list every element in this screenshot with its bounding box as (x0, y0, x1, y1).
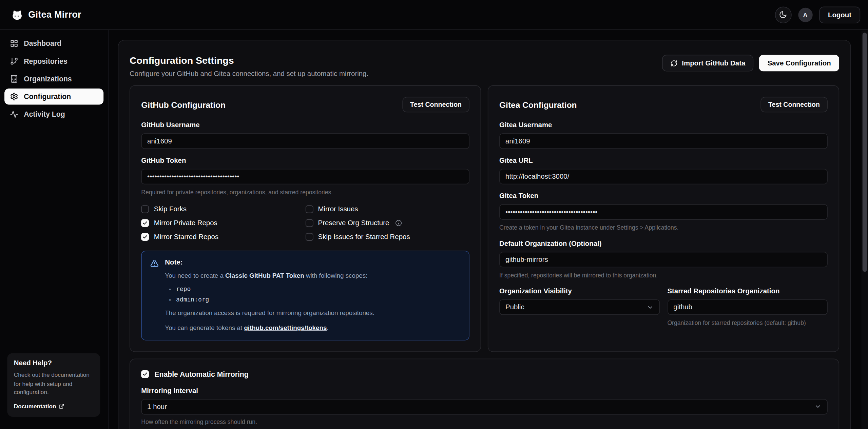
gitea-url-input[interactable] (499, 169, 828, 184)
logout-button[interactable]: Logout (819, 6, 860, 23)
starred-repositories-organization-input[interactable] (667, 299, 827, 315)
starred-repositories-organization-help: Organization for starred repositories (d… (667, 319, 827, 327)
help-title: Need Help? (14, 359, 94, 367)
checkbox-box (141, 206, 149, 213)
default-organization-label: Default Organization (Optional) (499, 240, 828, 248)
organization-visibility-label: Organization Visibility (499, 287, 659, 295)
github-tokens-link[interactable]: github.com/settings/tokens (244, 324, 327, 331)
checkbox-box (305, 233, 313, 241)
main-content: Configuration Settings Configure your Gi… (109, 30, 868, 429)
checkbox-skip-issues-for-starred-repos[interactable]: Skip Issues for Starred Repos (305, 233, 469, 241)
page-title: Configuration Settings (130, 55, 368, 66)
checkbox-skip-forks[interactable]: Skip Forks (141, 206, 305, 213)
gitea-username-label: Gitea Username (499, 121, 828, 129)
mirroring-interval-help: How often the mirroring process should r… (141, 418, 828, 426)
default-organization-help: If specified, repositories will be mirro… (499, 271, 828, 280)
chevron-down-icon (814, 403, 822, 410)
checkbox-mirror-issues[interactable]: Mirror Issues (305, 206, 469, 213)
automatic-mirroring-card: Enable Automatic Mirroring Mirroring Int… (130, 358, 839, 429)
check-icon (142, 234, 148, 240)
external-link-icon (59, 404, 64, 409)
app-root: Gitea Mirror A Logout Dashboard Reposito… (0, 0, 868, 429)
info-icon[interactable] (395, 220, 402, 227)
sidebar-item-label: Dashboard (24, 39, 61, 47)
documentation-link[interactable]: Documentation (14, 403, 64, 410)
brand: Gitea Mirror (11, 8, 81, 21)
top-bar-actions: A Logout (775, 6, 860, 23)
github-options-grid: Skip Forks Mirror Private Repos Mirror S… (141, 206, 469, 241)
top-bar: Gitea Mirror A Logout (0, 0, 868, 30)
organization-visibility-select[interactable]: Public (499, 299, 659, 315)
organization-visibility-field: Organization Visibility Public (499, 287, 659, 327)
checkbox-box (305, 206, 313, 213)
sidebar-item-label: Repositories (24, 57, 67, 65)
checkbox-mirror-starred-repos[interactable]: Mirror Starred Repos (141, 233, 305, 241)
sidebar: Dashboard Repositories Organizations Con… (0, 30, 109, 429)
gitea-card-title: Gitea Configuration (499, 100, 577, 110)
gitea-token-input[interactable] (499, 204, 828, 220)
starred-repositories-organization-field: Starred Repositories Organization Organi… (667, 287, 827, 327)
gitea-username-input[interactable] (499, 133, 828, 149)
git-branch-icon (10, 57, 18, 65)
checkbox-mirror-private-repos[interactable]: Mirror Private Repos (141, 219, 305, 227)
refresh-icon (670, 59, 677, 66)
scope-item: repo (169, 286, 374, 293)
checkbox-box (141, 219, 149, 227)
save-configuration-button[interactable]: Save Configuration (759, 55, 839, 72)
github-pat-note: Note: You need to create a Classic GitHu… (141, 251, 469, 340)
gitea-token-label: Gitea Token (499, 192, 828, 200)
alert-triangle-icon (150, 259, 159, 268)
sidebar-item-configuration[interactable]: Configuration (4, 89, 103, 104)
scrollbar-thumb[interactable] (863, 33, 867, 272)
check-icon (142, 372, 148, 377)
mirroring-interval-label: Mirroring Interval (141, 387, 828, 395)
gear-icon (10, 93, 18, 101)
help-description: Check out the documentation for help wit… (14, 371, 94, 396)
note-org-access: The organization access is required for … (165, 309, 374, 318)
sidebar-item-repositories[interactable]: Repositories (4, 53, 103, 69)
import-github-data-button[interactable]: Import GitHub Data (662, 55, 754, 72)
default-organization-input[interactable] (499, 252, 828, 268)
github-configuration-card: GitHub Configuration Test Connection Git… (130, 85, 481, 352)
check-icon (142, 220, 148, 226)
github-token-input[interactable] (141, 169, 469, 184)
checkbox-box (305, 219, 313, 227)
sidebar-item-organizations[interactable]: Organizations (4, 71, 103, 87)
github-card-title: GitHub Configuration (141, 100, 226, 110)
configuration-panel: Configuration Settings Configure your Gi… (118, 40, 851, 429)
sidebar-item-activity-log[interactable]: Activity Log (4, 106, 103, 122)
gitea-token-help: Create a token in your Gitea instance un… (499, 223, 828, 232)
note-tokens-line: You can generate tokens at github.com/se… (165, 323, 374, 332)
chevron-down-icon (646, 304, 653, 311)
enable-automatic-mirroring-checkbox[interactable]: Enable Automatic Mirroring (141, 370, 828, 378)
sidebar-item-label: Activity Log (24, 110, 65, 118)
checkbox-box (141, 233, 149, 241)
user-avatar[interactable]: A (798, 7, 812, 22)
moon-icon (779, 11, 787, 19)
github-username-input[interactable] (141, 133, 469, 149)
cat-logo-icon (11, 8, 23, 21)
github-username-label: GitHub Username (141, 121, 469, 129)
note-intro: You need to create a Classic GitHub PAT … (165, 271, 374, 281)
mirroring-interval-select[interactable]: 1 hour (141, 399, 828, 414)
scrollbar-track (861, 31, 868, 429)
help-card: Need Help? Check out the documentation f… (7, 353, 100, 417)
starred-repositories-organization-label: Starred Repositories Organization (667, 287, 827, 295)
github-token-help: Required for private repositories, organ… (141, 188, 469, 197)
sidebar-item-label: Configuration (24, 93, 71, 101)
note-title: Note: (165, 258, 374, 266)
github-test-connection-button[interactable]: Test Connection (402, 97, 469, 113)
activity-icon (10, 110, 18, 118)
page-subtitle: Configure your GitHub and Gitea connecti… (130, 70, 368, 78)
theme-toggle-button[interactable] (775, 6, 791, 23)
checkbox-box (141, 370, 149, 378)
app-title: Gitea Mirror (28, 9, 81, 20)
scope-item: admin:org (169, 296, 374, 304)
gitea-test-connection-button[interactable]: Test Connection (760, 97, 828, 113)
sidebar-item-label: Organizations (24, 75, 72, 83)
checkbox-preserve-org-structure[interactable]: Preserve Org Structure (305, 219, 469, 227)
page-header: Configuration Settings Configure your Gi… (130, 52, 839, 78)
sidebar-item-dashboard[interactable]: Dashboard (4, 35, 103, 51)
building-icon (10, 75, 18, 83)
gitea-configuration-card: Gitea Configuration Test Connection Gite… (488, 85, 839, 352)
